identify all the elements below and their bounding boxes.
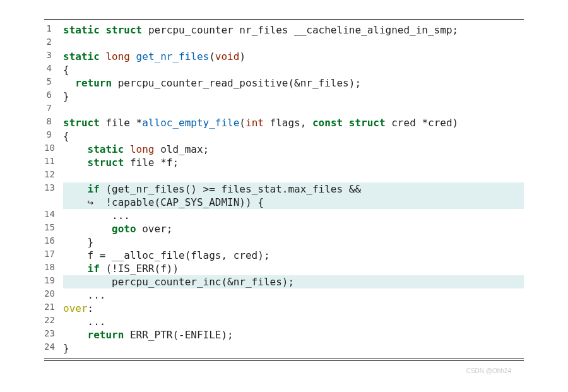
line-number: 14 <box>44 209 63 219</box>
line-content: ↪ !capable(CAP_SYS_ADMIN)) { <box>63 196 524 209</box>
code-line: 6} <box>44 90 524 103</box>
line-content: return ERR_PTR(-ENFILE); <box>63 328 524 342</box>
line-number: 7 <box>44 103 63 113</box>
code-line: 20 ... <box>44 288 524 302</box>
watermark: CSDN @Ohh24 <box>44 367 524 374</box>
code-line: 22 ... <box>44 315 524 328</box>
line-number: 6 <box>44 90 63 100</box>
line-number: 22 <box>44 315 63 325</box>
code-line: 21over: <box>44 302 524 315</box>
line-content: ... <box>63 288 524 302</box>
code-line: 4{ <box>44 63 524 76</box>
code-line: 5 return percpu_counter_read_positive(&n… <box>44 76 524 90</box>
code-block: 1static struct percpu_counter nr_files _… <box>44 19 524 359</box>
code-line: 8struct file *alloc_empty_file(int flags… <box>44 116 524 129</box>
line-number: 1 <box>44 23 63 33</box>
line-number: 15 <box>44 222 63 232</box>
line-number: 24 <box>44 342 63 352</box>
line-content: struct file *f; <box>63 156 524 169</box>
line-content: struct file *alloc_empty_file(int flags,… <box>63 116 524 129</box>
line-content: ... <box>63 315 524 328</box>
code-line: 24} <box>44 342 524 355</box>
code-line: 18 if (!IS_ERR(f)) <box>44 262 524 275</box>
line-content: } <box>63 90 524 103</box>
line-number: 17 <box>44 249 63 259</box>
line-content: goto over; <box>63 222 524 235</box>
line-number: 5 <box>44 76 63 86</box>
line-number: 18 <box>44 262 63 272</box>
line-number: 13 <box>44 182 63 193</box>
line-content: static long old_max; <box>63 143 524 156</box>
line-number: 21 <box>44 302 63 312</box>
code-line: 13 if (get_nr_files() >= files_stat.max_… <box>44 182 524 196</box>
line-content: f = __alloc_file(flags, cred); <box>63 249 524 262</box>
line-content: static struct percpu_counter nr_files __… <box>63 23 524 37</box>
code-line: 14 ... <box>44 209 524 222</box>
line-number: 4 <box>44 63 63 73</box>
line-content: percpu_counter_inc(&nr_files); <box>63 275 524 288</box>
line-number: 12 <box>44 169 63 179</box>
line-content: if (get_nr_files() >= files_stat.max_fil… <box>63 182 524 196</box>
code-line: 7 <box>44 103 524 116</box>
code-line: 16 } <box>44 235 524 249</box>
line-content: over: <box>63 302 524 315</box>
code-line: 19 percpu_counter_inc(&nr_files); <box>44 275 524 288</box>
code-line: 10 static long old_max; <box>44 143 524 156</box>
line-number: 16 <box>44 235 63 246</box>
line-content: { <box>63 129 524 143</box>
line-content: return percpu_counter_read_positive(&nr_… <box>63 76 524 90</box>
line-number: 9 <box>44 129 63 140</box>
line-number: 11 <box>44 156 63 166</box>
line-number: 10 <box>44 143 63 153</box>
code-line: 12 <box>44 169 524 182</box>
line-number: 8 <box>44 116 63 126</box>
code-line: 23 return ERR_PTR(-ENFILE); <box>44 328 524 342</box>
line-content: ... <box>63 209 524 222</box>
line-content: { <box>63 63 524 76</box>
line-content: } <box>63 342 524 355</box>
code-line: 1static struct percpu_counter nr_files _… <box>44 23 524 37</box>
code-line: 9{ <box>44 129 524 143</box>
code-line: 3static long get_nr_files(void) <box>44 50 524 63</box>
code-line: 17 f = __alloc_file(flags, cred); <box>44 249 524 262</box>
code-line: 2 <box>44 37 524 50</box>
line-content: } <box>63 235 524 249</box>
line-content: static long get_nr_files(void) <box>63 50 524 63</box>
code-line: 11 struct file *f; <box>44 156 524 169</box>
code-line: ↪ !capable(CAP_SYS_ADMIN)) { <box>44 196 524 209</box>
line-number: 20 <box>44 288 63 299</box>
code-lines-container: 1static struct percpu_counter nr_files _… <box>44 23 524 355</box>
bottom-rule <box>44 360 524 361</box>
line-content: if (!IS_ERR(f)) <box>63 262 524 275</box>
line-number: 23 <box>44 328 63 338</box>
line-number: 19 <box>44 275 63 285</box>
code-line: 15 goto over; <box>44 222 524 235</box>
line-number: 2 <box>44 37 63 47</box>
line-number: 3 <box>44 50 63 60</box>
